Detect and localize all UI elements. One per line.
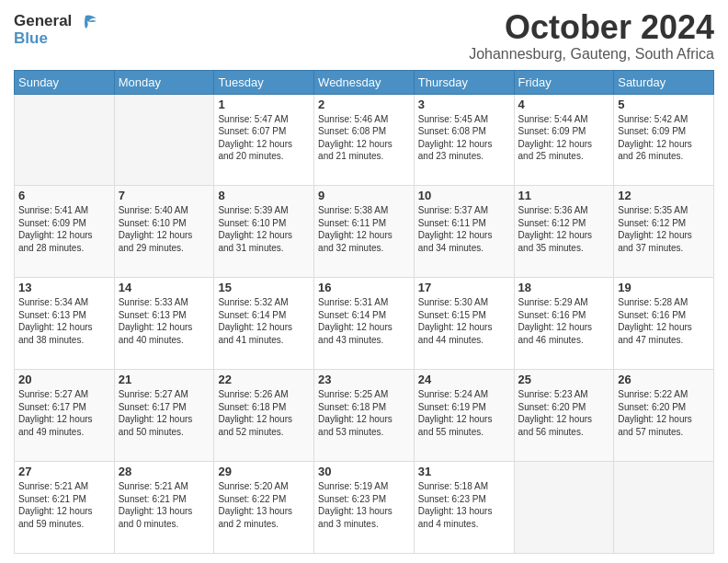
calendar-day-cell: 7Sunrise: 5:40 AM Sunset: 6:10 PM Daylig… [114,186,214,278]
calendar-day-cell: 29Sunrise: 5:20 AM Sunset: 6:22 PM Dayli… [214,462,314,554]
day-info: Sunrise: 5:36 AM Sunset: 6:12 PM Dayligh… [518,204,610,254]
day-number: 9 [318,189,410,202]
calendar-day-cell: 9Sunrise: 5:38 AM Sunset: 6:11 PM Daylig… [314,186,415,278]
day-info: Sunrise: 5:40 AM Sunset: 6:10 PM Dayligh… [119,204,210,254]
day-number: 29 [218,465,310,478]
calendar-day-cell: 3Sunrise: 5:45 AM Sunset: 6:08 PM Daylig… [414,94,514,186]
calendar-week-row: 20Sunrise: 5:27 AM Sunset: 6:17 PM Dayli… [15,370,714,462]
day-number: 2 [318,98,410,111]
day-number: 11 [518,189,610,202]
calendar-day-cell [614,462,714,554]
day-info: Sunrise: 5:33 AM Sunset: 6:13 PM Dayligh… [119,296,210,346]
calendar-header-row: SundayMondayTuesdayWednesdayThursdayFrid… [15,70,714,94]
day-info: Sunrise: 5:18 AM Sunset: 6:23 PM Dayligh… [418,480,510,530]
calendar-day-cell: 4Sunrise: 5:44 AM Sunset: 6:09 PM Daylig… [514,94,614,186]
month-title: October 2024 [469,9,714,46]
logo-bird-icon [78,14,98,30]
day-info: Sunrise: 5:22 AM Sunset: 6:20 PM Dayligh… [618,388,710,438]
location-title: Johannesburg, Gauteng, South Africa [469,46,714,63]
day-of-week-header: Tuesday [214,70,314,94]
day-number: 31 [418,465,510,478]
day-info: Sunrise: 5:45 AM Sunset: 6:08 PM Dayligh… [418,113,510,163]
day-info: Sunrise: 5:39 AM Sunset: 6:10 PM Dayligh… [218,204,310,254]
calendar-day-cell: 13Sunrise: 5:34 AM Sunset: 6:13 PM Dayli… [15,278,115,370]
calendar-day-cell [514,462,614,554]
day-number: 5 [618,98,710,111]
day-info: Sunrise: 5:44 AM Sunset: 6:09 PM Dayligh… [518,113,610,163]
day-number: 3 [418,98,510,111]
calendar-day-cell: 14Sunrise: 5:33 AM Sunset: 6:13 PM Dayli… [114,278,214,370]
day-number: 28 [119,465,210,478]
day-of-week-header: Sunday [15,70,115,94]
calendar-day-cell: 25Sunrise: 5:23 AM Sunset: 6:20 PM Dayli… [514,370,614,462]
day-info: Sunrise: 5:34 AM Sunset: 6:13 PM Dayligh… [18,296,110,346]
calendar-week-row: 27Sunrise: 5:21 AM Sunset: 6:21 PM Dayli… [15,462,714,554]
calendar-day-cell: 24Sunrise: 5:24 AM Sunset: 6:19 PM Dayli… [414,370,514,462]
day-number: 12 [618,189,710,202]
day-info: Sunrise: 5:41 AM Sunset: 6:09 PM Dayligh… [18,204,110,254]
day-info: Sunrise: 5:27 AM Sunset: 6:17 PM Dayligh… [119,388,210,438]
logo: General Blue [14,13,98,47]
day-number: 16 [318,281,410,294]
calendar-day-cell: 11Sunrise: 5:36 AM Sunset: 6:12 PM Dayli… [514,186,614,278]
day-info: Sunrise: 5:26 AM Sunset: 6:18 PM Dayligh… [218,388,310,438]
day-info: Sunrise: 5:46 AM Sunset: 6:08 PM Dayligh… [318,113,410,163]
day-info: Sunrise: 5:47 AM Sunset: 6:07 PM Dayligh… [218,113,310,163]
day-number: 22 [218,373,310,386]
day-info: Sunrise: 5:38 AM Sunset: 6:11 PM Dayligh… [318,204,410,254]
day-of-week-header: Saturday [614,70,714,94]
calendar-day-cell: 20Sunrise: 5:27 AM Sunset: 6:17 PM Dayli… [15,370,115,462]
calendar-day-cell: 12Sunrise: 5:35 AM Sunset: 6:12 PM Dayli… [614,186,714,278]
day-of-week-header: Wednesday [314,70,415,94]
calendar-week-row: 13Sunrise: 5:34 AM Sunset: 6:13 PM Dayli… [15,278,714,370]
day-number: 6 [18,189,110,202]
logo-text: General [14,13,98,30]
calendar-day-cell: 30Sunrise: 5:19 AM Sunset: 6:23 PM Dayli… [314,462,415,554]
day-info: Sunrise: 5:29 AM Sunset: 6:16 PM Dayligh… [518,296,610,346]
day-info: Sunrise: 5:42 AM Sunset: 6:09 PM Dayligh… [618,113,710,163]
calendar-day-cell: 6Sunrise: 5:41 AM Sunset: 6:09 PM Daylig… [15,186,115,278]
day-info: Sunrise: 5:27 AM Sunset: 6:17 PM Dayligh… [18,388,110,438]
calendar-day-cell: 19Sunrise: 5:28 AM Sunset: 6:16 PM Dayli… [614,278,714,370]
day-info: Sunrise: 5:35 AM Sunset: 6:12 PM Dayligh… [618,204,710,254]
day-of-week-header: Thursday [414,70,514,94]
calendar-day-cell: 18Sunrise: 5:29 AM Sunset: 6:16 PM Dayli… [514,278,614,370]
day-info: Sunrise: 5:23 AM Sunset: 6:20 PM Dayligh… [518,388,610,438]
calendar-day-cell: 21Sunrise: 5:27 AM Sunset: 6:17 PM Dayli… [114,370,214,462]
day-number: 25 [518,373,610,386]
day-info: Sunrise: 5:25 AM Sunset: 6:18 PM Dayligh… [318,388,410,438]
calendar-day-cell: 22Sunrise: 5:26 AM Sunset: 6:18 PM Dayli… [214,370,314,462]
day-info: Sunrise: 5:28 AM Sunset: 6:16 PM Dayligh… [618,296,710,346]
calendar-day-cell: 16Sunrise: 5:31 AM Sunset: 6:14 PM Dayli… [314,278,415,370]
calendar-week-row: 1Sunrise: 5:47 AM Sunset: 6:07 PM Daylig… [15,94,714,186]
day-number: 8 [218,189,310,202]
calendar-day-cell: 1Sunrise: 5:47 AM Sunset: 6:07 PM Daylig… [214,94,314,186]
day-number: 19 [618,281,710,294]
calendar-day-cell: 2Sunrise: 5:46 AM Sunset: 6:08 PM Daylig… [314,94,415,186]
day-number: 4 [518,98,610,111]
calendar-day-cell: 5Sunrise: 5:42 AM Sunset: 6:09 PM Daylig… [614,94,714,186]
day-number: 18 [518,281,610,294]
title-block: October 2024 Johannesburg, Gauteng, Sout… [469,9,714,63]
calendar-day-cell: 15Sunrise: 5:32 AM Sunset: 6:14 PM Dayli… [214,278,314,370]
day-info: Sunrise: 5:21 AM Sunset: 6:21 PM Dayligh… [119,480,210,530]
day-number: 20 [18,373,110,386]
day-number: 17 [418,281,510,294]
page: General Blue October 2024 Johannesburg, … [0,0,728,563]
calendar-day-cell: 28Sunrise: 5:21 AM Sunset: 6:21 PM Dayli… [114,462,214,554]
day-number: 26 [618,373,710,386]
calendar-day-cell: 10Sunrise: 5:37 AM Sunset: 6:11 PM Dayli… [414,186,514,278]
header: General Blue October 2024 Johannesburg, … [14,9,714,63]
calendar-day-cell [114,94,214,186]
calendar-day-cell: 17Sunrise: 5:30 AM Sunset: 6:15 PM Dayli… [414,278,514,370]
day-number: 13 [18,281,110,294]
calendar: SundayMondayTuesdayWednesdayThursdayFrid… [14,70,714,554]
calendar-day-cell: 26Sunrise: 5:22 AM Sunset: 6:20 PM Dayli… [614,370,714,462]
day-info: Sunrise: 5:21 AM Sunset: 6:21 PM Dayligh… [18,480,110,530]
day-info: Sunrise: 5:31 AM Sunset: 6:14 PM Dayligh… [318,296,410,346]
calendar-day-cell [15,94,115,186]
day-info: Sunrise: 5:24 AM Sunset: 6:19 PM Dayligh… [418,388,510,438]
day-number: 15 [218,281,310,294]
day-number: 30 [318,465,410,478]
day-info: Sunrise: 5:20 AM Sunset: 6:22 PM Dayligh… [218,480,310,530]
